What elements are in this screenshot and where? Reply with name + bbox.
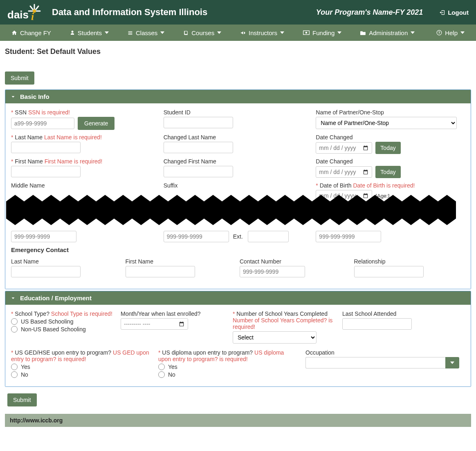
svg-point-9 xyxy=(305,32,308,34)
ec-last-label: Last Name xyxy=(11,258,118,265)
nav-label: Students xyxy=(78,29,102,36)
ec-contact-input[interactable] xyxy=(240,266,305,277)
years-label: * Number of School Years CompletedNumber… xyxy=(233,310,334,330)
question-icon: ? xyxy=(436,30,442,36)
nav-courses[interactable]: Courses xyxy=(177,25,228,41)
changed-first-input[interactable] xyxy=(164,166,233,177)
ec-relationship-input[interactable] xyxy=(354,266,424,277)
month-year-input[interactable] xyxy=(121,318,188,330)
main-nav: Change FY Students Classes Courses Instr… xyxy=(0,25,476,41)
radio-ged-no[interactable]: No xyxy=(11,371,150,378)
ext-input[interactable] xyxy=(248,231,289,242)
radio-icon xyxy=(11,318,18,325)
first-name-input[interactable] xyxy=(11,166,81,177)
phone-input-1[interactable] xyxy=(11,231,76,242)
folder-icon xyxy=(360,30,366,35)
occupation-dropdown-button[interactable] xyxy=(445,357,459,368)
logout-icon xyxy=(439,9,445,16)
submit-button-bottom[interactable]: Submit xyxy=(7,393,37,406)
nav-classes[interactable]: Classes xyxy=(121,25,171,41)
last-school-label: Last School Attended xyxy=(342,310,459,317)
radio-label: No xyxy=(168,371,175,378)
submit-button[interactable]: Submit xyxy=(5,71,34,85)
ec-relationship-label: Relationship xyxy=(354,258,461,265)
radio-icon xyxy=(11,326,18,333)
nav-label: Change FY xyxy=(20,29,51,36)
ext-label: Ext. xyxy=(233,233,243,240)
obscured-region xyxy=(11,201,465,229)
radio-school-us[interactable]: US Based Schooling xyxy=(11,318,112,325)
nav-help[interactable]: ? Help xyxy=(430,25,471,41)
nav-instructors[interactable]: Instructors xyxy=(234,25,291,41)
panel-basic-info: Basic Info * SSN SSN is required! Genera… xyxy=(5,89,471,289)
partner-select[interactable]: Name of Partner/One-Stop xyxy=(316,117,457,129)
radio-school-nonus[interactable]: Non-US Based Schooling xyxy=(11,326,112,333)
nav-funding[interactable]: Funding xyxy=(296,25,348,41)
radio-ged-yes[interactable]: Yes xyxy=(11,364,150,370)
svg-text:i: i xyxy=(31,11,34,22)
panel-header-education[interactable]: Education / Employment xyxy=(5,291,471,305)
years-select[interactable]: Select xyxy=(233,331,317,344)
ssn-input[interactable] xyxy=(11,118,74,129)
generate-button[interactable]: Generate xyxy=(78,117,115,130)
radio-icon xyxy=(158,371,165,378)
caret-down-icon xyxy=(337,31,341,34)
daisi-logo-icon: dais i xyxy=(7,3,42,22)
today-button-1[interactable]: Today xyxy=(375,142,400,154)
month-year-label: Month/Year when last enrolled? xyxy=(121,310,225,317)
ssn-label: * SSN SSN is required! xyxy=(11,109,156,116)
nav-administration[interactable]: Administration xyxy=(354,25,421,41)
chevron-down-icon xyxy=(10,295,16,301)
occupation-input[interactable] xyxy=(305,357,445,368)
date-changed-input-2[interactable] xyxy=(316,166,372,178)
suffix-label: Suffix xyxy=(164,182,309,189)
caret-down-icon xyxy=(217,31,221,34)
today-button-2[interactable]: Today xyxy=(375,166,400,178)
nav-label: Courses xyxy=(191,29,214,36)
radio-label: Yes xyxy=(21,364,30,370)
last-school-input[interactable] xyxy=(342,318,412,330)
panel-header-basic[interactable]: Basic Info xyxy=(5,90,471,103)
ec-last-input[interactable] xyxy=(11,266,81,277)
nav-students[interactable]: Students xyxy=(63,25,115,41)
radio-label: Yes xyxy=(168,364,177,370)
radio-icon xyxy=(11,371,18,378)
changed-last-label: Changed Last Name xyxy=(164,134,309,141)
radio-diploma-yes[interactable]: Yes xyxy=(158,364,297,370)
date-changed-label-1: Date Changed xyxy=(316,134,461,141)
logout-link[interactable]: Logout xyxy=(439,9,469,16)
list-icon xyxy=(128,30,133,36)
changed-last-input[interactable] xyxy=(164,142,233,153)
student-id-input[interactable] xyxy=(164,117,233,128)
nav-label: Classes xyxy=(136,29,157,36)
svg-line-1 xyxy=(30,6,33,10)
last-name-input[interactable] xyxy=(11,142,81,153)
caret-down-icon xyxy=(411,31,415,34)
date-changed-label-2: Date Changed xyxy=(316,158,461,165)
radio-label: Non-US Based Schooling xyxy=(21,326,86,333)
panel-title: Basic Info xyxy=(20,93,49,100)
money-icon xyxy=(303,30,310,35)
date-changed-input-1[interactable] xyxy=(316,142,372,154)
ec-first-input[interactable] xyxy=(126,266,195,277)
radio-diploma-no[interactable]: No xyxy=(158,371,297,378)
panel-education: Education / Employment * School Type? Sc… xyxy=(5,291,471,387)
phone-input-2[interactable] xyxy=(164,231,229,242)
radio-label: US Based Schooling xyxy=(21,318,73,325)
diploma-label: * US diploma upon entry to program? US d… xyxy=(158,349,297,362)
ec-contact-label: Contact Number xyxy=(240,258,347,265)
school-type-label: * School Type? School Type is required! xyxy=(11,310,112,317)
person-icon xyxy=(70,30,75,36)
nav-label: Help xyxy=(445,29,458,36)
app-header: dais i Data and Information System Illin… xyxy=(0,0,476,25)
caret-down-icon xyxy=(280,31,284,34)
phone-input-3[interactable] xyxy=(316,231,381,242)
emergency-contact-title: Emergency Contact xyxy=(11,246,465,253)
program-name: Your Program's Name-FY 2021 xyxy=(316,8,439,17)
footer-url[interactable]: http://www.iccb.org xyxy=(10,417,63,424)
middle-name-label: Middle Name xyxy=(11,182,156,189)
nav-label: Funding xyxy=(312,29,335,36)
nav-change-fy[interactable]: Change FY xyxy=(5,25,58,41)
panel-title: Education / Employment xyxy=(20,295,92,301)
last-name-label: * Last Name Last Name is required! xyxy=(11,134,156,141)
